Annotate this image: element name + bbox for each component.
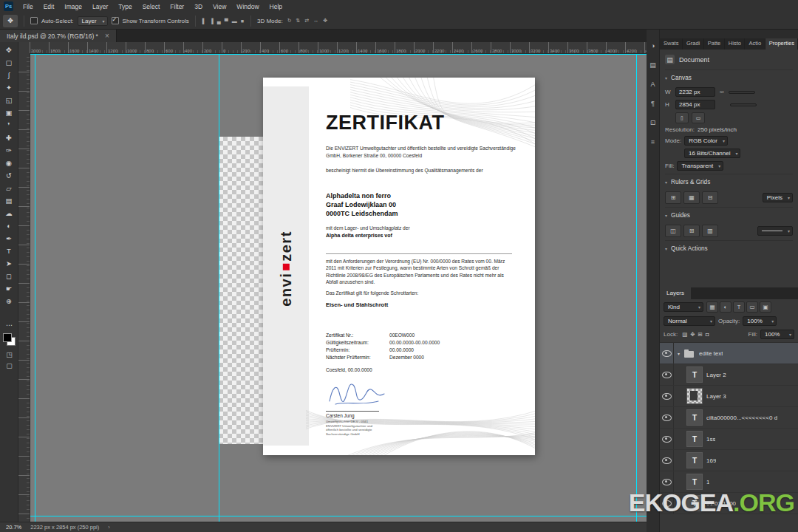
gradient-tool[interactable]: ▤ <box>1 194 18 207</box>
auto-select-dropdown[interactable]: Layer <box>78 16 108 26</box>
guide-vertical-canvas-left[interactable] <box>219 53 219 522</box>
visibility-toggle[interactable] <box>660 364 674 385</box>
canvas-width-field[interactable]: 2232 px <box>675 87 715 97</box>
path-selection-tool[interactable]: ➤ <box>1 257 18 270</box>
visibility-toggle[interactable] <box>660 407 674 428</box>
libraries-panel-icon[interactable]: ▤ <box>647 59 659 70</box>
menu-item[interactable]: Select <box>137 0 166 13</box>
lock-icon[interactable]: ⊞ <box>697 331 704 338</box>
menu-item[interactable]: Type <box>113 0 137 13</box>
document-tab[interactable]: Italy ild.psd @ 20.7% (RGB/16) * × <box>0 30 117 42</box>
layer-fill-dropdown[interactable]: 100% <box>760 330 794 339</box>
panel-tab[interactable]: Gradi <box>683 38 704 50</box>
type-tool[interactable]: T <box>1 245 18 257</box>
clone-stamp-tool[interactable]: ◉ <box>1 157 18 169</box>
eyedropper-tool[interactable]: ❜ <box>1 119 18 132</box>
adjustments-panel-icon[interactable]: ◑ <box>647 40 659 51</box>
zoom-level-field[interactable]: 20.7% <box>6 524 21 531</box>
blend-mode-dropdown[interactable]: Normal <box>664 316 715 326</box>
landscape-orientation-button[interactable] <box>692 112 705 123</box>
layer-filter-icon[interactable]: ▭ <box>746 301 758 313</box>
visibility-toggle[interactable] <box>660 429 674 449</box>
units-dropdown[interactable]: Pixels <box>763 193 793 202</box>
quick-selection-tool[interactable]: ✦ <box>1 81 18 94</box>
ruler-grid-toggle-icon[interactable]: ⊟ <box>702 191 718 204</box>
color-swatches[interactable] <box>3 333 16 346</box>
marquee-tool[interactable]: ▢ <box>1 56 18 69</box>
menu-item[interactable]: Help <box>265 0 287 13</box>
ruler-grid-toggle-icon[interactable]: ⊞ <box>665 191 681 204</box>
auto-select-checkbox[interactable] <box>30 17 38 24</box>
panel-tab[interactable]: Patte <box>704 38 725 50</box>
info-panel-icon[interactable]: ≡ <box>647 136 659 147</box>
status-options-arrow[interactable]: › <box>108 524 110 531</box>
layer-filter-kind-dropdown[interactable]: Kind <box>664 302 703 312</box>
portrait-orientation-button[interactable] <box>675 112 689 123</box>
edit-toolbar-icon[interactable]: ⋯ <box>6 321 13 329</box>
layer-filter-icon[interactable]: T <box>733 301 745 313</box>
opacity-dropdown[interactable]: 100% <box>743 316 777 326</box>
show-transform-checkbox[interactable] <box>112 17 119 24</box>
guide-horizontal-top[interactable] <box>30 54 647 55</box>
clone-source-panel-icon[interactable]: ⊡ <box>647 117 659 128</box>
guide-vertical-right[interactable] <box>636 53 637 522</box>
layer-row[interactable]: Layer 3 <box>660 386 798 407</box>
mode3d-icon[interactable]: ⇅ <box>296 18 301 24</box>
menu-item[interactable]: 3D <box>189 0 208 13</box>
pen-tool[interactable]: ✒ <box>1 232 18 245</box>
hand-tool[interactable]: ☛ <box>1 282 18 295</box>
align-icon[interactable]: ▐ <box>209 18 214 24</box>
align-icon[interactable]: ■ <box>240 18 245 24</box>
lock-icon[interactable]: ▨ <box>681 331 689 338</box>
panel-tab[interactable]: Swats <box>660 38 683 50</box>
rulers-grids-section-header[interactable]: Rulers & Grids <box>665 174 793 188</box>
mode3d-icon[interactable]: ↔ <box>313 18 319 24</box>
layers-tab[interactable]: Layers <box>660 287 691 299</box>
color-mode-dropdown[interactable]: RGB Color <box>684 136 728 146</box>
mode3d-icon[interactable]: ↻ <box>287 18 293 24</box>
zoom-tool[interactable]: ⊕ <box>1 295 18 307</box>
panel-tab[interactable]: Actio <box>745 38 765 50</box>
quick-mask-icon[interactable]: ◳ <box>1 349 18 360</box>
menu-item[interactable]: Layer <box>87 0 113 13</box>
menu-item[interactable]: Window <box>231 0 264 13</box>
guides-section-header[interactable]: Guides <box>665 207 793 222</box>
menu-item[interactable]: File <box>18 0 38 13</box>
lasso-tool[interactable]: ʃ <box>1 69 18 81</box>
guide-toggle-icon[interactable]: ▥ <box>702 225 718 237</box>
canvas-viewport[interactable]: envi zert ZERTIFIKAT Die ENVIZERT Umwelt… <box>30 53 647 522</box>
paragraph-panel-icon[interactable]: ¶ <box>647 98 659 109</box>
guide-horizontal-bottom[interactable] <box>30 516 647 516</box>
lock-icon[interactable]: ◘ <box>704 331 711 338</box>
panel-tab[interactable]: Properties <box>765 38 798 50</box>
history-brush-tool[interactable]: ↺ <box>1 169 18 182</box>
frame-tool[interactable]: ▣ <box>1 106 18 119</box>
panel-tab[interactable]: Histo <box>725 38 746 50</box>
visibility-toggle[interactable] <box>660 386 674 406</box>
bit-depth-dropdown[interactable]: 16 Bits/Channel <box>684 149 740 158</box>
ruler-grid-toggle-icon[interactable]: ▦ <box>683 191 700 204</box>
visibility-toggle[interactable] <box>660 450 674 471</box>
layer-row[interactable]: 1ss <box>660 429 798 450</box>
rectangle-tool[interactable]: ◻ <box>1 270 18 282</box>
layer-filter-icon[interactable]: ▦ <box>706 301 718 313</box>
canvas-section-header[interactable]: Canvas <box>665 69 793 84</box>
mode3d-icon[interactable]: ⇄ <box>304 18 310 24</box>
move-tool[interactable]: ✥ <box>1 44 18 56</box>
foreground-color-swatch[interactable] <box>3 333 12 342</box>
guide-style-dropdown[interactable] <box>757 226 793 236</box>
layer-row[interactable]: Layer 2 <box>660 364 798 386</box>
canvas-height-field[interactable]: 2854 px <box>675 100 715 109</box>
mode3d-icon[interactable]: ✥ <box>322 18 328 24</box>
layer-filter-icon[interactable]: ▣ <box>760 301 771 313</box>
guide-toggle-icon[interactable]: ◫ <box>665 225 681 237</box>
align-icon[interactable]: ▄ <box>216 18 222 24</box>
align-icon[interactable]: ▬ <box>231 18 238 24</box>
dodge-tool[interactable]: ◐ <box>1 219 18 232</box>
character-panel-icon[interactable]: A <box>647 78 659 89</box>
vertical-ruler[interactable] <box>18 53 30 522</box>
align-icon[interactable]: ▀ <box>224 18 229 24</box>
lock-icon[interactable]: ✥ <box>689 331 696 338</box>
link-dimensions-icon[interactable] <box>720 89 724 95</box>
align-icon[interactable]: ▌ <box>202 18 207 24</box>
